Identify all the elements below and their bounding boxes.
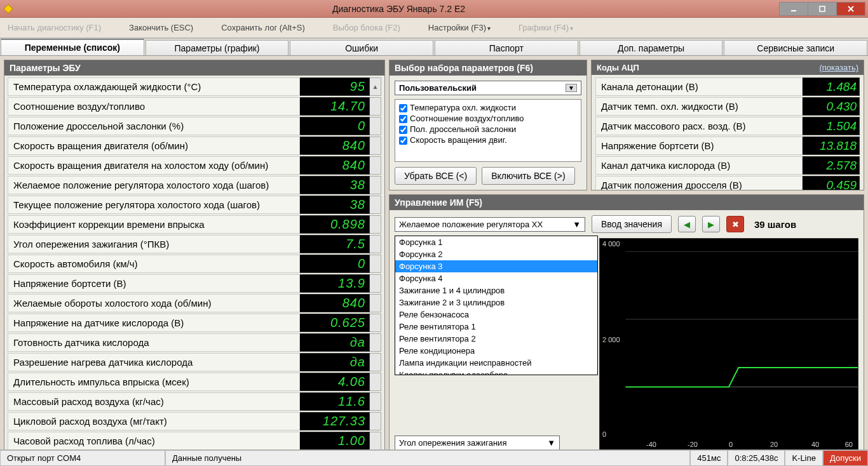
- scroll-stub[interactable]: [370, 235, 381, 253]
- next-button[interactable]: ▶: [702, 216, 720, 232]
- param-checkbox[interactable]: Соотношение воздух/топливо: [399, 113, 577, 124]
- remove-all-button[interactable]: Убрать ВСЕ (<): [395, 167, 477, 185]
- param-label: Скорость вращения двигателя на холостом …: [8, 156, 300, 175]
- add-all-button[interactable]: Включить ВСЕ (>): [482, 167, 574, 185]
- scroll-stub[interactable]: [370, 392, 381, 411]
- param-value: 11.6: [300, 392, 370, 411]
- scroll-stub[interactable]: [370, 156, 381, 175]
- adc-row[interactable]: Напряжение бортсети (В)13.818: [595, 136, 860, 155]
- scroll-stub[interactable]: [370, 215, 381, 234]
- param-row[interactable]: Текущее положение регулятора холостого х…: [8, 196, 381, 214]
- param-label: Коэффициент коррекции времени впрыска: [8, 215, 300, 234]
- im-actuator-combo[interactable]: Желаемое положение регулятора XX ▼: [395, 217, 585, 232]
- scroll-stub[interactable]: [370, 117, 381, 135]
- scroll-stub[interactable]: [370, 136, 381, 155]
- param-row[interactable]: Соотношение воздух/топливо14.70: [8, 97, 381, 116]
- scroll-stub[interactable]: [370, 432, 381, 450]
- adc-row[interactable]: Канала детонации (В)1.484: [595, 77, 860, 96]
- dropdown-item[interactable]: Реле бензонасоса: [395, 309, 597, 321]
- scroll-stub[interactable]: [370, 314, 381, 332]
- param-row[interactable]: Массовый расход воздуха (кг/час)11.6: [8, 392, 381, 411]
- param-row[interactable]: Часовой расход топлива (л/час)1.00: [8, 432, 381, 450]
- adc-show-link[interactable]: (показать): [819, 63, 858, 72]
- dropdown-item[interactable]: Форсунка 1: [395, 236, 597, 248]
- tab-service[interactable]: Сервисные записи: [724, 40, 867, 55]
- param-row[interactable]: Желаемые обороты холостого хода (об/мин)…: [8, 294, 381, 312]
- adc-row[interactable]: Канал датчика кислорода (В)2.578: [595, 156, 860, 175]
- tab-variables[interactable]: Переменные (список): [1, 39, 144, 55]
- ecu-params-list: Температура охлаждающей жидкости (°C)95▲…: [4, 76, 384, 455]
- maximize-button[interactable]: [808, 2, 837, 16]
- dropdown-item[interactable]: Форсунка 2: [395, 248, 597, 260]
- param-row[interactable]: Напряжение бортсети (В)13.9: [8, 274, 381, 293]
- scroll-stub[interactable]: [370, 412, 381, 430]
- dropdown-item[interactable]: Форсунка 4: [395, 272, 597, 284]
- scroll-stub[interactable]: [370, 176, 381, 194]
- adc-value: 0.430: [803, 97, 860, 116]
- param-label: Угол опережения зажигания (°ПКВ): [8, 235, 300, 253]
- adc-row[interactable]: Датчик положения дросселя (В)0.459: [595, 176, 860, 190]
- scroll-stub[interactable]: [370, 294, 381, 312]
- param-row[interactable]: Положение дроссельной заслонки (%)0: [8, 117, 381, 135]
- paramset-combo[interactable]: Пользовательский ▼: [395, 81, 581, 95]
- minimize-button[interactable]: [779, 2, 808, 16]
- param-value: 0.625: [300, 314, 370, 332]
- dropdown-item[interactable]: Зажигание 2 и 3 цилиндров: [395, 296, 597, 309]
- scroll-stub[interactable]: ▲: [370, 77, 381, 96]
- scroll-stub[interactable]: [370, 255, 381, 273]
- scroll-stub[interactable]: [370, 373, 381, 391]
- param-row[interactable]: Скорость вращения двигателя на холостом …: [8, 156, 381, 175]
- menu-start[interactable]: Начать диагностику (F1): [8, 23, 101, 32]
- param-row[interactable]: Скорость автомобиля (км/ч)0: [8, 255, 381, 273]
- menu-savelog[interactable]: Сохранить лог (Alt+S): [221, 23, 305, 32]
- param-row[interactable]: Длительность импульса впрыска (мсек)4.06: [8, 373, 381, 391]
- param-checkbox[interactable]: Температура охл. жидкости: [399, 102, 577, 113]
- menu-finish[interactable]: Закончить (ESC): [129, 23, 193, 32]
- paramset-checklist[interactable]: Температура охл. жидкостиСоотношение воз…: [395, 99, 581, 162]
- scroll-stub[interactable]: [370, 333, 381, 352]
- dropdown-item[interactable]: Реле вентилятора 1: [395, 321, 597, 333]
- status-ms: 451мс: [690, 450, 728, 466]
- dropdown-item[interactable]: Клапан продувки адсорбера: [395, 369, 597, 375]
- param-row[interactable]: Температура охлаждающей жидкости (°C)95▲: [8, 77, 381, 96]
- param-checkbox[interactable]: Скорость вращения двиг.: [399, 135, 577, 145]
- param-row[interactable]: Цикловой расход воздуха (мг/такт)127.33: [8, 412, 381, 430]
- menu-charts[interactable]: Графики (F4): [519, 23, 573, 32]
- param-row[interactable]: Разрешение нагрева датчика кислородада: [8, 353, 381, 371]
- dropdown-item[interactable]: Форсунка 3: [395, 260, 597, 272]
- status-tolerances[interactable]: Допуски: [823, 450, 868, 466]
- param-checkbox[interactable]: Пол. дроссельной заслонки: [399, 124, 577, 135]
- dropdown-item[interactable]: Лампа индикации неисправностей: [395, 357, 597, 369]
- adc-header: Коды АЦП (показать): [592, 60, 864, 75]
- param-row[interactable]: Скорость вращения двигателя (об/мин)840: [8, 136, 381, 155]
- im-chart: 4 000 2 000 0 -40 -20 0 20 40 60: [599, 238, 858, 450]
- actuator-dropdown[interactable]: Форсунка 1Форсунка 2Форсунка 3Форсунка 4…: [395, 236, 598, 375]
- param-row[interactable]: Напряжение на датчике кислорода (В)0.625: [8, 314, 381, 332]
- tab-passport[interactable]: Паспорт: [435, 40, 578, 55]
- stop-button[interactable]: ✖: [726, 216, 744, 232]
- menu-selblock[interactable]: Выбор блока (F2): [333, 23, 400, 32]
- tab-errors[interactable]: Ошибки: [290, 40, 433, 55]
- dropdown-item[interactable]: Реле вентилятора 2: [395, 333, 597, 345]
- im-param-combo[interactable]: Угол опережения зажигания ▼: [395, 436, 560, 450]
- close-button[interactable]: [836, 2, 865, 16]
- tab-extra[interactable]: Доп. параметры: [580, 40, 723, 55]
- adc-row[interactable]: Датчик темп. охл. жидкости (В)0.430: [595, 97, 860, 116]
- param-row[interactable]: Готовность датчика кислородада: [8, 333, 381, 352]
- dropdown-item[interactable]: Зажигание 1 и 4 цилиндров: [395, 284, 597, 296]
- scroll-stub[interactable]: [370, 353, 381, 371]
- enter-value-button[interactable]: Ввод значения: [592, 215, 672, 233]
- scroll-stub[interactable]: [370, 196, 381, 214]
- scroll-stub[interactable]: [370, 274, 381, 293]
- param-row[interactable]: Угол опережения зажигания (°ПКВ)7.5: [8, 235, 381, 253]
- prev-button[interactable]: ◀: [678, 216, 696, 232]
- scroll-stub[interactable]: [370, 97, 381, 116]
- menu-settings[interactable]: Настройки (F3): [428, 23, 491, 32]
- param-label: Разрешение нагрева датчика кислорода: [8, 353, 300, 371]
- dropdown-item[interactable]: Реле кондиционера: [395, 345, 597, 357]
- param-row[interactable]: Коэффициент коррекции времени впрыска0.8…: [8, 215, 381, 234]
- param-label: Соотношение воздух/топливо: [8, 97, 300, 116]
- tab-params-chart[interactable]: Параметры (график): [146, 40, 289, 55]
- param-row[interactable]: Желаемое положение регулятора холостого …: [8, 176, 381, 194]
- adc-row[interactable]: Датчик массового расх. возд. (В)1.504: [595, 117, 860, 135]
